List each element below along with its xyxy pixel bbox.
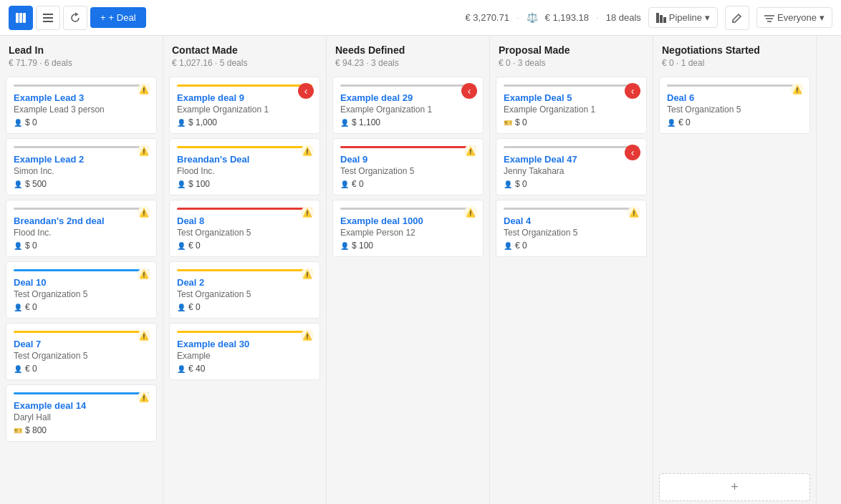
card-example-deal-47[interactable]: Example Deal 47Jenny Takahara👤$ 0‹	[496, 138, 647, 195]
card-breandens-deal[interactable]: Breandan's DealFlood Inc.👤$ 100⚠️	[169, 138, 320, 195]
card-amount-example-deal-29: 👤$ 1,100	[340, 117, 476, 127]
column-meta-proposal-made: € 0 · 3 deals	[499, 58, 644, 68]
money-icon: 🎫	[504, 119, 512, 127]
card-action-btn-example-deal-47[interactable]: ‹	[625, 145, 640, 160]
card-action-btn-example-deal-5[interactable]: ‹	[625, 83, 640, 99]
card-deal-10[interactable]: Deal 10Test Organization 5👤€ 0⚠️	[6, 261, 157, 319]
card-title-breandens-2nd: Breandan's 2nd deal	[14, 215, 149, 226]
card-bar-example-deal-29	[340, 84, 476, 87]
card-bar-example-deal-1000	[340, 208, 476, 210]
card-title-example-deal-30: Example deal 30	[177, 339, 312, 349]
list-view-btn[interactable]	[36, 6, 60, 30]
edit-btn[interactable]	[725, 6, 749, 30]
money-icon: 🎫	[14, 427, 22, 435]
card-example-deal-14[interactable]: Example deal 14Daryl Hall🎫$ 800⚠️	[6, 384, 157, 442]
person-icon: 👤	[177, 180, 186, 188]
card-amount-example-lead-2: 👤$ 500	[14, 179, 149, 189]
card-example-lead-3[interactable]: Example Lead 3Example Lead 3 person👤$ 0⚠…	[6, 77, 157, 134]
card-org-deal-7: Test Organization 5	[14, 351, 149, 361]
toolbar-right: € 3,270.71 · ⚖️ € 1,193.18 · 18 deals Pi…	[466, 6, 833, 30]
card-amount-deal-8: 👤€ 0	[177, 241, 312, 251]
card-deal-2[interactable]: Deal 2Test Organization 5👤€ 0⚠️	[169, 261, 320, 319]
card-bar-deal-2	[177, 269, 312, 271]
refresh-btn[interactable]	[63, 6, 87, 30]
card-amount-deal-7: 👤€ 0	[14, 364, 149, 374]
card-title-example-deal-14: Example deal 14	[14, 400, 149, 411]
card-example-deal-5[interactable]: Example Deal 5Example Organization 1🎫$ 0…	[496, 77, 647, 134]
column-title-negotiations-started: Negotiations Started	[662, 44, 807, 56]
pipeline-button[interactable]: Pipeline ▾	[648, 7, 718, 28]
card-bar-example-lead-2	[14, 146, 149, 148]
board: Lead In€ 71.79 · 6 dealsExample Lead 3Ex…	[0, 36, 841, 504]
svg-rect-1	[19, 13, 22, 23]
card-action-btn-example-deal-29[interactable]: ‹	[461, 83, 477, 99]
column-contact-made: Contact Made€ 1,027.16 · 5 dealsExample …	[163, 36, 327, 504]
svg-rect-4	[43, 17, 53, 19]
card-bar-breandens-deal	[177, 146, 312, 148]
card-deal-8[interactable]: Deal 8Test Organization 5👤€ 0⚠️	[169, 200, 320, 257]
card-bar-example-deal-47	[504, 146, 639, 148]
column-body-proposal-made: Example Deal 5Example Organization 1🎫$ 0…	[490, 74, 653, 504]
card-title-example-deal-1000: Example deal 1000	[340, 215, 476, 226]
pipeline-label: Pipeline	[669, 12, 702, 23]
person-icon: 👤	[177, 365, 186, 373]
card-example-deal-29[interactable]: Example deal 29Example Organization 1👤$ …	[332, 77, 484, 134]
person-icon: 👤	[504, 180, 512, 188]
card-org-example-deal-9: Example Organization 1	[177, 105, 312, 115]
pipeline-chevron-icon: ▾	[705, 12, 710, 23]
card-breandens-2nd[interactable]: Breandan's 2nd dealFlood Inc.👤$ 0⚠️	[6, 200, 157, 257]
everyone-button[interactable]: Everyone ▾	[756, 7, 832, 28]
card-amount-text-deal-2: € 0	[188, 302, 201, 312]
card-amount-breandens-2nd: 👤$ 0	[14, 241, 149, 251]
svg-rect-0	[16, 13, 19, 23]
card-amount-breandens-deal: 👤$ 100	[177, 179, 312, 189]
add-card-button-negotiations-started[interactable]: +	[659, 473, 810, 501]
card-bar-deal-8	[177, 208, 312, 210]
card-warning-icon-example-deal-14: ⚠️	[138, 391, 150, 404]
card-warning-icon-example-lead-2: ⚠️	[138, 145, 150, 158]
card-org-example-deal-29: Example Organization 1	[340, 105, 476, 115]
card-deal-4[interactable]: Deal 4Test Organization 5👤€ 0⚠️	[496, 200, 647, 257]
card-action-btn-example-deal-9[interactable]: ‹	[298, 83, 314, 99]
svg-rect-8	[663, 17, 666, 23]
column-negotiations-started: Negotiations Started€ 0 · 1 dealDeal 6Te…	[653, 36, 817, 504]
card-amount-example-deal-5: 🎫$ 0	[504, 117, 639, 127]
everyone-label: Everyone	[777, 12, 817, 23]
card-org-example-deal-30: Example	[177, 351, 312, 361]
card-example-deal-9[interactable]: Example deal 9Example Organization 1👤$ 1…	[169, 77, 320, 134]
card-amount-text-deal-4: € 0	[515, 241, 527, 251]
card-bar-breandens-2nd	[14, 208, 149, 210]
card-deal-9[interactable]: Deal 9Test Organization 5👤€ 0⚠️	[332, 138, 484, 195]
card-example-deal-1000[interactable]: Example deal 1000Example Person 12👤$ 100…	[332, 200, 484, 257]
card-example-lead-2[interactable]: Example Lead 2Simon Inc.👤$ 500⚠️	[6, 138, 157, 195]
card-amount-text-deal-8: € 0	[188, 241, 201, 251]
add-deal-button[interactable]: + + Deal	[90, 7, 146, 28]
card-title-example-deal-47: Example Deal 47	[504, 154, 639, 165]
person-icon: 👤	[667, 119, 676, 127]
card-deal-7[interactable]: Deal 7Test Organization 5👤€ 0⚠️	[6, 323, 157, 380]
card-amount-text-example-deal-30: € 40	[188, 364, 205, 374]
card-bar-example-lead-3	[14, 84, 149, 87]
sep1: ·	[516, 12, 519, 23]
card-amount-text-example-deal-5: $ 0	[515, 117, 527, 127]
card-amount-example-deal-30: 👤€ 40	[177, 364, 312, 374]
card-example-deal-30[interactable]: Example deal 30Example👤€ 40⚠️	[169, 323, 320, 380]
column-title-proposal-made: Proposal Made	[499, 44, 644, 56]
toolbar-left: + + Deal	[9, 6, 146, 30]
person-icon: 👤	[340, 242, 349, 250]
card-amount-deal-10: 👤€ 0	[14, 302, 149, 312]
person-icon: 👤	[14, 365, 22, 373]
card-deal-6[interactable]: Deal 6Test Organization 5👤€ 0⚠️	[659, 77, 810, 134]
card-amount-text-deal-7: € 0	[25, 364, 37, 374]
card-title-deal-4: Deal 4	[504, 215, 639, 226]
svg-rect-7	[660, 15, 663, 23]
card-warning-icon-deal-7: ⚠️	[138, 329, 150, 342]
kanban-view-btn[interactable]	[9, 6, 33, 30]
card-warning-icon-deal-6: ⚠️	[791, 83, 804, 96]
column-body-negotiations-started: Deal 6Test Organization 5👤€ 0⚠️	[653, 74, 816, 470]
card-org-deal-6: Test Organization 5	[667, 105, 802, 115]
card-title-example-deal-5: Example Deal 5	[504, 92, 639, 103]
svg-rect-3	[43, 14, 53, 15]
column-header-contact-made: Contact Made€ 1,027.16 · 5 deals	[163, 36, 326, 74]
card-bar-deal-7	[14, 331, 149, 333]
